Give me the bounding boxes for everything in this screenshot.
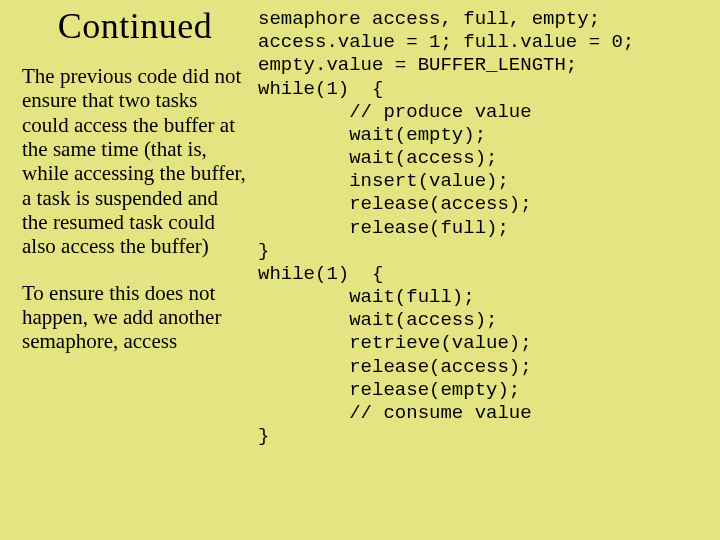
left-column: Continued The previous code did not ensu… (22, 8, 248, 354)
slide-title: Continued (22, 8, 248, 46)
code-block: semaphore access, full, empty; access.va… (258, 8, 718, 448)
slide: Continued The previous code did not ensu… (0, 0, 720, 540)
paragraph-1: The previous code did not ensure that tw… (22, 64, 248, 259)
body-text: The previous code did not ensure that tw… (22, 64, 248, 354)
paragraph-2: To ensure this does not happen, we add a… (22, 281, 248, 354)
